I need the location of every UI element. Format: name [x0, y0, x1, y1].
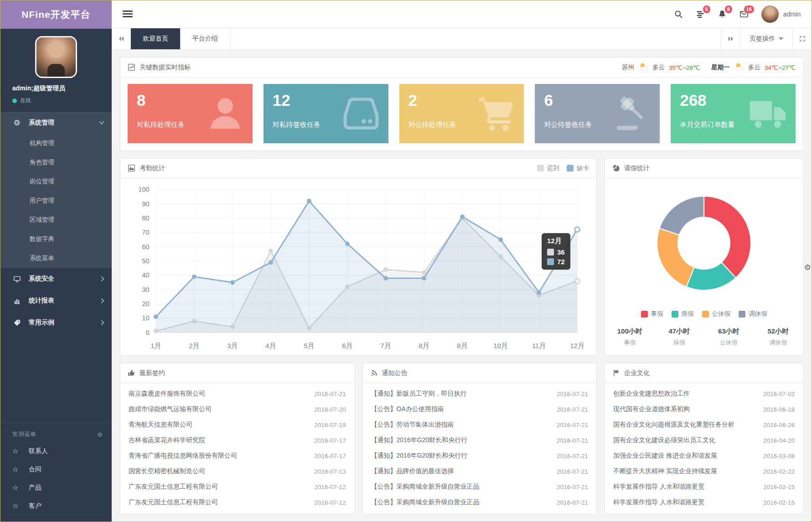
- settings-gear-icon[interactable]: ⚙: [804, 263, 811, 272]
- list-item[interactable]: 南京森鹿皮件服饰有限公司2016-07-21: [120, 386, 354, 402]
- navbar-user[interactable]: admin: [761, 5, 801, 23]
- list-item-date: 2016-07-21: [557, 391, 588, 397]
- search-icon[interactable]: [674, 10, 683, 19]
- sidebar-item[interactable]: 系统安全: [0, 268, 112, 290]
- list-item[interactable]: 【通知】2016年G20财长和央行行2016-07-21: [363, 433, 597, 448]
- gear-icon[interactable]: ⚙: [97, 431, 103, 438]
- legend-swatch: [537, 165, 544, 172]
- sidebar-item[interactable]: 统计报表: [0, 290, 112, 312]
- attendance-chart[interactable]: 01020304050607080901001月2月3月4月5月6月7月8月8月…: [120, 178, 596, 355]
- sidebar-item[interactable]: 常用示例: [0, 312, 112, 334]
- legend-item[interactable]: 病假: [672, 310, 694, 318]
- list-item[interactable]: 曲靖市绿能燃气运输有限公司2016-07-20: [120, 402, 354, 417]
- list-item-date: 2016-07-21: [557, 499, 588, 506]
- panel-header: 最新签约: [120, 363, 354, 383]
- sidebar-menu-block: 常用示例: [0, 312, 112, 334]
- truck-icon: [748, 94, 788, 134]
- list-item[interactable]: 【公告】采购商城全新升级自营业正品2016-07-21: [363, 495, 597, 510]
- donut-slice[interactable]: [659, 196, 704, 235]
- list-item[interactable]: 青海航天信息有限公司2016-07-19: [120, 417, 354, 433]
- list-item[interactable]: 【通知】新版员工守则，即日执行2016-07-21: [363, 386, 597, 402]
- leave-donut-chart[interactable]: [649, 188, 759, 300]
- list-item[interactable]: 加强企业公民建设 推进企业和谐发展2016-03-08: [605, 448, 803, 464]
- favorite-item[interactable]: ☆合同: [0, 460, 112, 479]
- list-item[interactable]: 科学发展作指导 人水和谐路更宽2016-02-15: [605, 495, 803, 510]
- list-item[interactable]: 【公告】劳动节集体出游指南2016-07-21: [363, 417, 597, 433]
- tab[interactable]: 平台介绍: [181, 28, 230, 49]
- list-item[interactable]: 【通知】品牌价值的最佳选择2016-07-21: [363, 464, 597, 479]
- list-item-date: 2016-07-13: [314, 468, 346, 475]
- weather-city: 苏州: [622, 63, 634, 72]
- list-item[interactable]: 【公告】OA办公使用指南2016-07-21: [363, 402, 597, 417]
- favorite-item[interactable]: ☆客户: [0, 497, 112, 515]
- sidebar-subitem[interactable]: 岗位管理: [0, 172, 112, 191]
- sidebar-subitem[interactable]: 系统菜单: [0, 249, 112, 268]
- svg-text:11月: 11月: [532, 342, 546, 350]
- stat-card[interactable]: 12对私待签收任务: [264, 84, 388, 143]
- sidebar-subitem[interactable]: 角色管理: [0, 153, 112, 172]
- sidebar-subitem[interactable]: 用户管理: [0, 191, 112, 210]
- top-navbar: 5 8 16 admin: [112, 0, 812, 28]
- list-item-text: 青海航天信息有限公司: [129, 421, 192, 429]
- list-item[interactable]: 广东友元国土信息工程有限公司2016-07-12: [120, 479, 354, 495]
- sidebar-menu-block: ⚙系统管理机构管理角色管理岗位管理用户管理区域管理数据字典系统菜单: [0, 112, 112, 268]
- user-avatar[interactable]: [35, 36, 77, 78]
- list-item-text: 广东友元国土信息工程有限公司: [129, 483, 218, 491]
- tasks-icon[interactable]: 5: [696, 10, 705, 19]
- list-item-date: 2016-07-21: [557, 406, 588, 413]
- user-icon: [205, 94, 245, 134]
- list-item-date: 2016-07-21: [557, 422, 588, 428]
- legend-swatch: [702, 311, 709, 318]
- leave-stat-label: 调休假: [754, 339, 803, 347]
- mail-icon[interactable]: 16: [740, 10, 749, 19]
- tab[interactable]: 欢迎首页: [131, 28, 181, 49]
- svg-text:0: 0: [146, 329, 150, 336]
- monitor-icon: [12, 275, 21, 283]
- tabs-scroll-right-button[interactable]: [721, 28, 740, 49]
- list-item[interactable]: 【通知】2016年G20财长和央行行2016-07-21: [363, 448, 597, 464]
- list-item-text: 【通知】2016年G20财长和央行行: [371, 452, 468, 460]
- stat-card[interactable]: 8对私待处理任务: [128, 84, 253, 143]
- legend-item[interactable]: 调休假: [739, 310, 767, 318]
- tooltip-row: 72: [547, 258, 565, 266]
- leave-title: 请假统计: [624, 164, 650, 172]
- bell-icon[interactable]: 8: [718, 10, 727, 19]
- pie-icon: [612, 164, 620, 172]
- tab-ops-dropdown[interactable]: 页签操作: [740, 28, 792, 49]
- list-item[interactable]: 青海省广播电视信息网络股份有限公司2016-07-17: [120, 448, 354, 464]
- user-name: admin;超级管理员: [12, 84, 100, 93]
- legend-item[interactable]: 迟到: [537, 164, 559, 172]
- menu-icon[interactable]: [123, 9, 133, 19]
- list-item[interactable]: 国营长空精密机械制造公司2016-07-13: [120, 464, 354, 479]
- donut-slice[interactable]: [657, 228, 694, 287]
- legend-item[interactable]: 缺卡: [567, 164, 589, 172]
- notices-panel: 通知公告【通知】新版员工守则，即日执行2016-07-21【公告】OA办公使用指…: [362, 363, 597, 514]
- stat-card[interactable]: 6对公待签收任务: [535, 84, 660, 143]
- list-item-text: 【通知】品牌价值的最佳选择: [371, 467, 454, 475]
- list-item[interactable]: 国有企业文化建设必须突出员工文化2016-04-20: [605, 433, 803, 448]
- list-item[interactable]: 创新企业党建思想政治工作2016-07-02: [605, 386, 803, 402]
- favorite-item[interactable]: ☆产品: [0, 479, 112, 497]
- app-window: NFine开发平台 admin;超级管理员 在线 ⚙系统管理机构管理角色管理岗位…: [0, 0, 812, 522]
- favorite-item[interactable]: ☆联系人: [0, 442, 112, 460]
- fullscreen-icon[interactable]: [792, 28, 812, 49]
- list-item[interactable]: 科学发展作指导 人水和谐路更宽2016-02-15: [605, 479, 803, 495]
- sidebar-subitem[interactable]: 数据字典: [0, 230, 112, 249]
- list-item[interactable]: 国有企业文化问题根源及文化重塑任务分析2016-06-26: [605, 417, 803, 433]
- list-item[interactable]: 不断提升大庆精神 实现企业持续发展2016-02-22: [605, 464, 803, 479]
- list-item[interactable]: 现代国有企业道德体系初构2016-06-18: [605, 402, 803, 417]
- tabs-scroll-left-button[interactable]: [112, 28, 131, 49]
- stat-card[interactable]: 2对公待处理任务: [399, 84, 524, 143]
- stat-card[interactable]: 268本月交易订单数量: [671, 84, 796, 143]
- list-item[interactable]: 广东友元国土信息工程有限公司2016-07-12: [120, 495, 354, 510]
- star-icon: ☆: [12, 484, 21, 492]
- list-item[interactable]: 吉林省蔬菜花卉科学研究院2016-07-17: [120, 433, 354, 448]
- list-item[interactable]: 【公告】采购商城全新升级自营业正品2016-07-21: [363, 479, 597, 495]
- legend-item[interactable]: 公休假: [702, 310, 731, 318]
- legend-item[interactable]: 事假: [641, 310, 663, 318]
- donut-slice[interactable]: [704, 196, 751, 278]
- sidebar-subitem[interactable]: 区域管理: [0, 210, 112, 230]
- sidebar-item[interactable]: ⚙系统管理: [0, 112, 112, 134]
- chevron-down-icon: [99, 119, 104, 124]
- sidebar-subitem[interactable]: 机构管理: [0, 134, 112, 153]
